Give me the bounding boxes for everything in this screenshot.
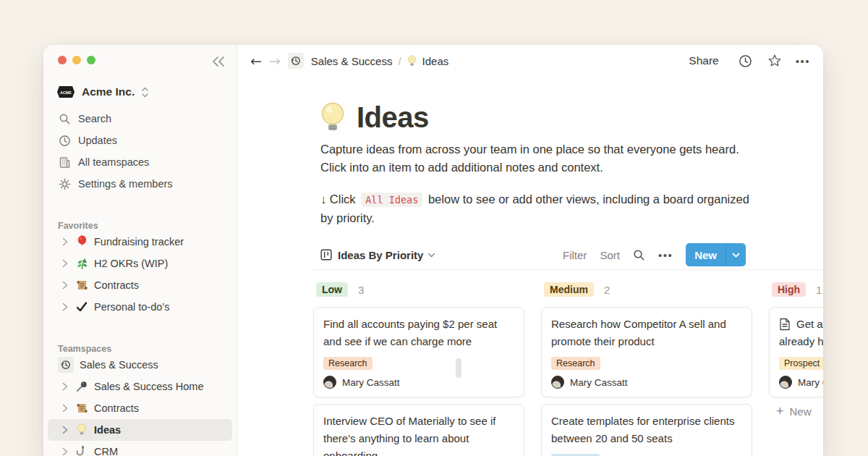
card-research-competitor[interactable]: Research how Competitor A sell and promo…	[541, 307, 752, 397]
forward-arrow-icon[interactable]: →	[269, 54, 281, 68]
view-name[interactable]: Ideas By Priority	[338, 249, 423, 261]
chevron-right-icon[interactable]	[61, 382, 69, 391]
share-button[interactable]: Share	[689, 54, 718, 67]
favorites-section-title: Favorites	[43, 216, 237, 231]
sidebar-item-fundraising-tracker[interactable]: Fundraising tracker	[48, 231, 232, 253]
main-content: ← → Sales & Success / Ideas Share •••	[237, 45, 823, 456]
balloon-icon	[75, 235, 88, 248]
search-icon[interactable]	[633, 249, 645, 261]
new-button[interactable]: New	[686, 243, 746, 266]
minimize-window-button[interactable]	[72, 56, 81, 64]
toolbar-actions: Filter Sort ••• New	[563, 243, 746, 266]
sidebar-item-contracts-teamspace[interactable]: Contracts	[48, 397, 232, 419]
topbar: ← → Sales & Success / Ideas Share •••	[237, 45, 823, 77]
low-count: 3	[358, 284, 364, 296]
page-hint: ↓ Click All Ideas below to see or add ot…	[320, 190, 757, 227]
chevron-right-icon[interactable]	[61, 404, 69, 413]
high-count: 1	[816, 284, 822, 296]
microphone-icon	[75, 380, 88, 393]
favorites-list: Fundraising tracker H2 OKRs (WIP) Contra…	[43, 231, 237, 318]
card-interview-ceo[interactable]: Interview CEO of Materially to see if th…	[313, 404, 524, 456]
sidebar-item-contracts-favorite[interactable]: Contracts	[48, 274, 232, 296]
clock-icon	[58, 134, 71, 147]
page-header: Ideas	[320, 101, 429, 134]
history-icon	[288, 53, 304, 69]
breadcrumb-page[interactable]: Ideas	[422, 55, 449, 67]
page-content: Ideas Capture ideas from across your tea…	[237, 77, 823, 456]
lightbulb-icon	[320, 102, 345, 134]
chevron-right-icon[interactable]	[61, 281, 69, 290]
avatar	[323, 376, 336, 389]
lightbulb-icon	[407, 55, 417, 67]
favorite-star-icon[interactable]	[767, 53, 783, 69]
sidebar-item-all-teamspaces[interactable]: All teamspaces	[43, 151, 237, 173]
chevron-right-icon[interactable]	[61, 426, 69, 434]
chevron-right-icon[interactable]	[61, 237, 69, 246]
scrollbar-thumb[interactable]	[456, 358, 461, 378]
column-header-low: Low 3	[316, 282, 364, 297]
sidebar-item-settings[interactable]: Settings & members	[43, 173, 237, 195]
building-icon	[58, 156, 71, 169]
lightbulb-icon	[75, 423, 88, 436]
page-icon	[779, 316, 791, 331]
tag-research: Research	[323, 357, 373, 370]
chevron-right-icon[interactable]	[61, 303, 69, 311]
close-window-button[interactable]	[58, 56, 67, 64]
view-toolbar: Ideas By Priority Filter Sort ••• New	[320, 243, 746, 266]
high-priority-pill[interactable]: High	[772, 282, 806, 297]
column-header-medium: Medium 2	[544, 282, 610, 297]
plus-icon: +	[776, 404, 784, 419]
avatar	[779, 376, 792, 389]
chevron-right-icon[interactable]	[61, 447, 69, 456]
card-person: Mary Cassatt	[323, 376, 514, 389]
add-new-card-button[interactable]: + New	[776, 404, 812, 419]
teamspaces-section-title: Teamspaces	[43, 339, 237, 354]
page-title: Ideas	[357, 101, 429, 134]
chevron-down-icon[interactable]	[427, 253, 435, 258]
card-person: Mary Cassatt	[551, 376, 742, 389]
gear-icon	[58, 177, 71, 190]
acme-logo: ACME	[56, 85, 75, 98]
herb-icon	[75, 257, 88, 270]
low-priority-pill[interactable]: Low	[316, 282, 348, 297]
updates-clock-icon[interactable]	[738, 53, 754, 69]
sidebar-item-personal-todos[interactable]: Personal to-do’s	[48, 296, 232, 318]
chevron-right-icon[interactable]	[61, 259, 69, 268]
back-arrow-icon[interactable]: ←	[250, 54, 262, 68]
sort-button[interactable]: Sort	[600, 249, 620, 261]
workspace-switcher[interactable]: ACME Acme Inc.	[48, 82, 232, 102]
app-window: ACME Acme Inc. Search Updates	[43, 45, 823, 456]
card-person: Mary C	[779, 376, 823, 389]
card-create-templates[interactable]: Create templates for enterprise clients …	[541, 404, 752, 456]
medium-count: 2	[604, 284, 610, 296]
card-find-all-accounts[interactable]: Find all accounts paying $2 per seat and…	[313, 307, 524, 397]
tag-prospect: Prospect	[779, 357, 823, 370]
filter-button[interactable]: Filter	[563, 249, 587, 261]
view-more-options-icon[interactable]: •••	[658, 249, 673, 261]
breadcrumb-root[interactable]: Sales & Success	[311, 55, 393, 67]
medium-priority-pill[interactable]: Medium	[544, 282, 594, 297]
more-options-icon[interactable]: •••	[796, 55, 810, 67]
sidebar-collapse-icon[interactable]	[210, 54, 226, 69]
window-controls	[43, 56, 237, 64]
scroll-icon	[75, 402, 88, 415]
sidebar-item-ideas[interactable]: Ideas	[48, 419, 232, 441]
zoom-window-button[interactable]	[87, 56, 95, 64]
new-dropdown-icon[interactable]	[726, 253, 746, 258]
sidebar-item-updates[interactable]: Updates	[43, 130, 237, 151]
svg-text:ACME: ACME	[60, 90, 72, 95]
sidebar-item-h2-okrs[interactable]: H2 OKRs (WIP)	[48, 253, 232, 274]
tag-research: Research	[551, 357, 600, 370]
sidebar-item-sales-success[interactable]: Sales & Success	[48, 354, 232, 376]
board-divider	[313, 269, 823, 270]
page-description: Capture ideas from across your team in o…	[320, 140, 749, 177]
sidebar-item-sales-success-home[interactable]: Sales & Success Home	[48, 376, 232, 397]
breadcrumb-separator: /	[398, 55, 401, 67]
card-get-all[interactable]: Get all already ha Prospect Mary C	[769, 307, 823, 397]
workspace-name: Acme Inc.	[82, 85, 135, 98]
search-icon	[58, 112, 71, 125]
sidebar: ACME Acme Inc. Search Updates	[43, 45, 237, 456]
sidebar-item-crm[interactable]: CRM	[48, 441, 232, 456]
sidebar-item-search[interactable]: Search	[43, 108, 237, 130]
down-arrow-glyph: ↓	[320, 193, 326, 206]
